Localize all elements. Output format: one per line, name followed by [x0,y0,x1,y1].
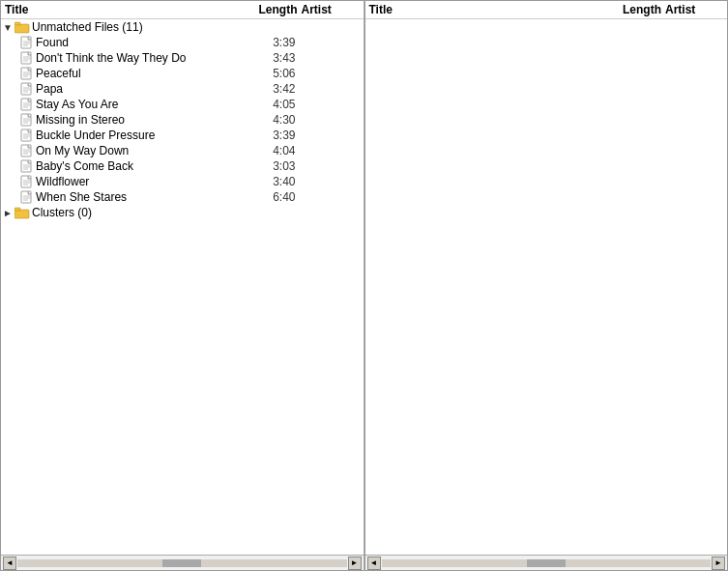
file-icon [20,128,34,142]
left-scrollbar[interactable]: ◄ ► [1,555,364,570]
file-icon [20,82,34,96]
file-row[interactable]: When She Stares6:40 [1,189,364,205]
file-icon [20,67,34,80]
right-header-title: Title [369,3,608,16]
right-scroll-track[interactable] [382,559,712,567]
file-icon [20,159,34,173]
expand-arrow: ► [3,208,13,218]
svg-rect-0 [15,24,29,33]
left-scroll-left[interactable]: ◄ [3,557,16,570]
main-container: Title Length Artist ▼ Unmatched Files (1… [0,0,728,571]
left-header-artist: Artist [302,3,360,16]
file-title: Peaceful [36,67,246,80]
file-title: Don't Think the Way They Do [36,51,246,65]
file-length: 4:05 [246,98,304,111]
file-icon [20,51,34,65]
file-length: 3:40 [246,175,304,188]
file-title: Wildflower [36,175,246,188]
file-row[interactable]: Missing in Stereo4:30 [1,112,364,128]
file-length: 4:04 [246,144,304,157]
file-title: Baby's Come Back [36,159,246,173]
file-length: 3:42 [246,82,304,96]
right-scroll-thumb [527,559,566,567]
file-length: 3:43 [246,51,304,65]
left-header-title: Title [5,3,244,16]
file-icon [20,36,34,49]
file-title: Found [36,36,246,49]
file-title: Buckle Under Pressure [36,128,246,142]
file-length: 4:30 [246,113,304,127]
expand-arrow: ▼ [3,22,13,33]
folder-icon [15,20,30,34]
left-scroll-thumb [162,559,201,567]
file-length: 3:39 [246,36,304,49]
right-scroll-left[interactable]: ◄ [367,557,381,570]
left-scroll-right[interactable]: ► [348,557,362,570]
file-row[interactable]: Baby's Come Back3:03 [1,158,364,174]
folder-row[interactable]: ▼ Unmatched Files (11) [1,19,364,35]
left-header-length: Length [244,3,302,16]
svg-rect-46 [15,210,29,218]
file-length: 6:40 [246,190,304,204]
right-header-length: Length [607,3,665,16]
file-icon [20,98,34,111]
file-icon [20,175,34,188]
file-icon [20,190,34,204]
file-length: 3:03 [246,159,304,173]
right-panel: Title Length Artist ◄ ► [364,0,729,571]
svg-rect-47 [15,208,20,211]
file-icon [20,113,34,127]
file-length: 5:06 [246,67,304,80]
file-title: On My Way Down [36,144,246,157]
right-panel-content[interactable] [365,19,728,555]
file-row[interactable]: Wildflower3:40 [1,174,364,189]
file-row[interactable]: Papa3:42 [1,81,364,97]
file-icon [20,144,34,157]
folder-icon [15,206,30,219]
right-scroll-right[interactable]: ► [712,557,725,570]
folder-title: Clusters (0) [32,206,362,219]
svg-rect-1 [15,22,20,25]
left-panel-content[interactable]: ▼ Unmatched Files (11) Found3:39 Don't T… [1,19,364,555]
right-panel-header: Title Length Artist [365,1,728,19]
left-panel-header: Title Length Artist [1,1,364,19]
file-title: Stay As You Are [36,98,246,111]
right-scrollbar[interactable]: ◄ ► [365,555,728,570]
file-row[interactable]: Peaceful5:06 [1,66,364,81]
file-title: When She Stares [36,190,246,204]
file-title: Papa [36,82,246,96]
folder-title: Unmatched Files (11) [32,20,362,34]
left-panel: Title Length Artist ▼ Unmatched Files (1… [0,0,364,571]
file-row[interactable]: Buckle Under Pressure3:39 [1,128,364,143]
file-row[interactable]: Stay As You Are4:05 [1,97,364,112]
file-row[interactable]: Don't Think the Way They Do3:43 [1,50,364,66]
file-length: 3:39 [246,128,304,142]
left-scroll-track[interactable] [17,559,347,567]
file-row[interactable]: Found3:39 [1,35,364,50]
file-row[interactable]: On My Way Down4:04 [1,143,364,158]
right-header-artist: Artist [665,3,723,16]
file-title: Missing in Stereo [36,113,246,127]
folder-row[interactable]: ► Clusters (0) [1,205,364,220]
